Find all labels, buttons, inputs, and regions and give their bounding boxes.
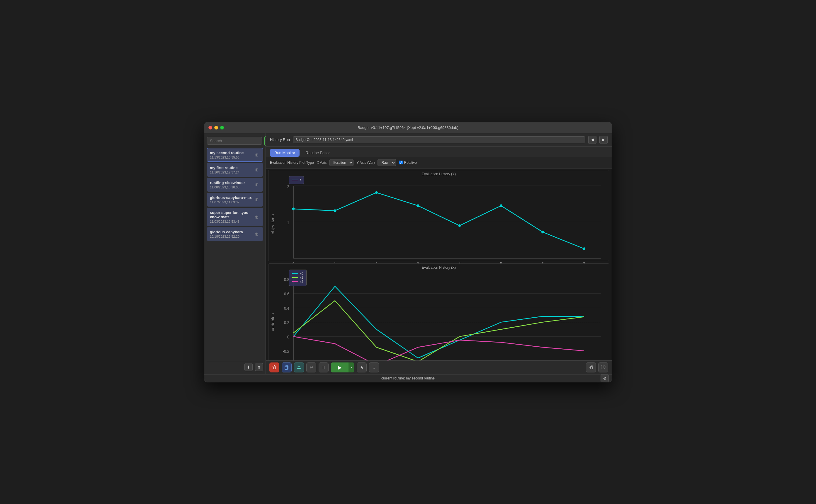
bookmark-button[interactable]: ★ — [357, 362, 367, 372]
main-content: + my second routine 11/13/2023,13:35:55 … — [204, 133, 612, 374]
tools-button[interactable] — [586, 362, 596, 372]
search-input[interactable] — [207, 137, 262, 145]
routine-item-name: super super lon...you know that! — [210, 210, 254, 219]
jump-button[interactable]: ↓ — [369, 362, 379, 372]
undo-button[interactable]: ↩ — [306, 362, 316, 372]
routine-delete-button[interactable]: 🗑 — [254, 152, 260, 158]
statusbar: current routine: my second routine ⚙ — [204, 374, 612, 382]
play-group: ▶ ▾ — [331, 362, 354, 372]
delete-run-button[interactable]: 🗑 — [269, 362, 279, 372]
routine-item-date: 11/03/2023,12:53:43 — [210, 220, 254, 223]
svg-point-20 — [334, 209, 336, 212]
svg-text:2: 2 — [287, 184, 289, 189]
chart-y-container: Evaluation History (Y) 2 — [268, 170, 609, 261]
chart-x-container: Evaluation History (X) — [268, 263, 609, 360]
svg-point-26 — [583, 247, 586, 250]
routine-item-info: my second routine 11/13/2023,13:35:55 — [210, 151, 254, 159]
close-button[interactable] — [208, 126, 212, 130]
svg-text:0.8: 0.8 — [284, 277, 289, 282]
routine-item-name: glorious-capybara — [210, 230, 254, 234]
routine-item-name: glorious-capybara-max — [210, 195, 254, 200]
copy-button[interactable] — [282, 362, 292, 372]
bottom-toolbar: 🗑 ↩ ⏸ ▶ ▾ — [266, 360, 612, 374]
nav-next-button[interactable]: ▶ — [599, 136, 608, 144]
nav-prev-button[interactable]: ◀ — [588, 136, 596, 144]
tab-run-monitor[interactable]: Run Monitor — [270, 149, 300, 157]
search-row: + — [207, 136, 263, 146]
top-bar: History Run BadgerOpt-2023-11-13-142540.… — [266, 133, 612, 147]
y-axis-select[interactable]: Raw — [378, 159, 396, 166]
titlebar: Badger v0.11+107.g7f15964 (Xopt v2.0a1+2… — [204, 122, 612, 133]
svg-text:0.4: 0.4 — [284, 306, 289, 311]
charts-area: Evaluation History (Y) 2 — [266, 169, 612, 360]
routine-item[interactable]: rustling-sidewinder 11/08/2023,10:18:08 … — [207, 178, 263, 192]
chart-y-legend: f — [289, 176, 304, 184]
tab-routine-editor[interactable]: Routine Editor — [301, 149, 334, 157]
routine-item[interactable]: glorious-capybara 10/18/2023,22:52:20 🗑 — [207, 227, 263, 241]
sidebar-footer: ⬇ ⬆ — [207, 361, 263, 371]
info-button[interactable]: ⓘ — [598, 362, 608, 372]
routine-item-info: super super lon...you know that! 11/03/2… — [210, 210, 254, 223]
routine-item[interactable]: glorious-capybara-max 11/07/2023,11:03:3… — [207, 193, 263, 207]
routine-list: my second routine 11/13/2023,13:35:55 🗑 … — [207, 148, 263, 359]
svg-text:0.2: 0.2 — [284, 320, 289, 325]
export-run-button[interactable] — [294, 362, 304, 372]
routine-item-info: rustling-sidewinder 11/08/2023,10:18:08 — [210, 181, 254, 189]
routine-item-date: 11/07/2023,11:03:32 — [210, 200, 254, 204]
svg-text:objectives: objectives — [271, 214, 275, 234]
pause-button[interactable]: ⏸ — [319, 362, 329, 372]
routine-item-date: 11/13/2023,13:35:55 — [210, 156, 254, 159]
relative-checkbox[interactable] — [399, 161, 403, 164]
routine-item-date: 11/10/2023,12:37:24 — [210, 171, 254, 174]
routine-delete-button[interactable]: 🗑 — [254, 231, 260, 237]
chart-x-svg: 0.8 0.6 0.4 0.2 0 -0.2 -0.4 0 1 2 3 4 5 — [268, 270, 609, 360]
routine-delete-button[interactable]: 🗑 — [254, 214, 260, 220]
svg-text:1: 1 — [287, 220, 289, 225]
svg-text:variables: variables — [271, 313, 275, 331]
window-title: Badger v0.11+107.g7f15964 (Xopt v2.0a1+2… — [358, 125, 458, 130]
routine-item-date: 10/18/2023,22:52:20 — [210, 235, 254, 238]
routine-delete-button[interactable]: 🗑 — [254, 197, 260, 202]
svg-text:0.6: 0.6 — [284, 292, 289, 296]
right-panel: History Run BadgerOpt-2023-11-13-142540.… — [266, 133, 612, 374]
history-run-select[interactable]: BadgerOpt-2023-11-13-142540.yaml — [293, 136, 585, 143]
routine-item[interactable]: my second routine 11/13/2023,13:35:55 🗑 — [207, 148, 263, 162]
svg-text:-0.2: -0.2 — [283, 349, 289, 354]
export-button[interactable]: ⬆ — [255, 363, 263, 371]
chart-x-title: Evaluation History (X) — [268, 264, 609, 270]
plot-controls: Evaluation History Plot Type X Axis Iter… — [266, 157, 612, 169]
routine-item-info: glorious-capybara 10/18/2023,22:52:20 — [210, 230, 254, 238]
routine-item[interactable]: super super lon...you know that! 11/03/2… — [207, 208, 263, 226]
routine-item[interactable]: my first routine 11/10/2023,12:37:24 🗑 — [207, 163, 263, 177]
routine-delete-button[interactable]: 🗑 — [254, 182, 260, 188]
minimize-button[interactable] — [214, 126, 218, 130]
main-window: Badger v0.11+107.g7f15964 (Xopt v2.0a1+2… — [204, 122, 612, 382]
settings-button[interactable]: ⚙ — [601, 374, 609, 382]
fullscreen-button[interactable] — [220, 126, 224, 130]
x-axis-label: X Axis — [317, 161, 327, 165]
play-dropdown-button[interactable]: ▾ — [349, 362, 354, 372]
sidebar: + my second routine 11/13/2023,13:35:55 … — [204, 133, 266, 374]
chart-x-legend: x0 x1 x2 — [289, 270, 307, 286]
chart-y-title: Evaluation History (Y) — [268, 170, 609, 177]
routine-delete-button[interactable]: 🗑 — [254, 167, 260, 173]
routine-item-name: rustling-sidewinder — [210, 181, 254, 185]
y-axis-label: Y Axis (Var) — [356, 161, 375, 165]
play-button[interactable]: ▶ — [331, 362, 349, 372]
plot-type-label: Evaluation History Plot Type — [270, 161, 314, 165]
x-axis-select[interactable]: Iteration — [329, 159, 353, 166]
routine-item-date: 11/08/2023,10:18:08 — [210, 185, 254, 189]
relative-label: Relative — [404, 161, 417, 165]
svg-point-22 — [417, 204, 419, 207]
routine-item-name: my second routine — [210, 151, 254, 155]
tabs-row: Run Monitor Routine Editor — [266, 147, 612, 157]
routine-item-info: my first routine 11/10/2023,12:37:24 — [210, 166, 254, 174]
svg-point-24 — [500, 204, 502, 207]
svg-point-25 — [541, 231, 544, 233]
svg-point-21 — [375, 191, 378, 194]
history-run-label: History Run — [270, 137, 290, 142]
relative-checkbox-wrapper[interactable]: Relative — [399, 161, 417, 165]
routine-item-info: glorious-capybara-max 11/07/2023,11:03:3… — [210, 195, 254, 204]
import-button[interactable]: ⬇ — [244, 363, 253, 371]
traffic-lights — [208, 126, 224, 130]
